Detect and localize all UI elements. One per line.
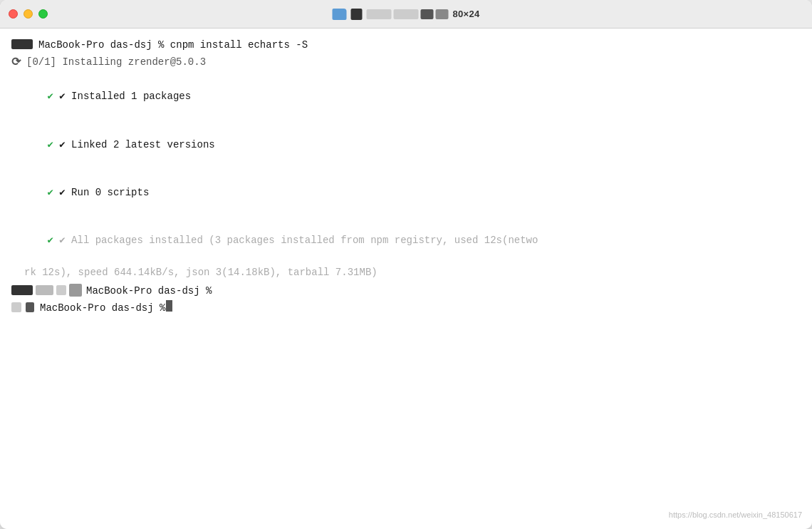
success-text-2: ✔ Linked 2 latest versions [59,139,214,150]
titlebar: 80×24 [0,0,812,29]
prompt-text-3: MacBook-Pro das-dsj % [40,300,165,316]
redacted-block-2b [36,285,53,295]
redacted-block-3a [11,302,21,312]
prompt-line-2: MacBook-Pro das-dsj % [11,283,801,299]
titlebar-center: 80×24 [332,9,479,20]
prompt-text-2: MacBook-Pro das-dsj % [86,283,212,299]
prompt-line-3: MacBook-Pro das-dsj % [11,300,801,316]
redacted-icon-1 [11,39,33,49]
success-text-1: ✔ Installed 1 packages [59,91,191,102]
command-line: MacBook-Pro das-dsj % cnpm install echar… [11,37,801,53]
minimize-button[interactable] [24,9,33,19]
traffic-lights [9,9,48,19]
terminal-window: 80×24 MacBook-Pro das-dsj % cnpm install… [0,0,812,529]
window-title: 80×24 [452,9,479,19]
spinner-icon: ⟳ [11,54,21,73]
redacted-block-3b [26,302,34,312]
titlebar-block3 [420,9,433,19]
titlebar-block2 [393,9,418,19]
prompt-text-1: MacBook-Pro das-dsj % cnpm install echar… [38,37,308,53]
installing-line: ⟳ [0/1] Installing zrender@5.0.3 [11,54,801,73]
folder-icon [332,9,346,20]
redacted-block-2c [56,285,66,295]
success-text-3: ✔ Run 0 scripts [59,187,149,198]
success-line-3: ✔ ✔ Run 0 scripts [11,168,801,216]
packages-text-1: ✔ All packages installed (3 packages ins… [59,235,538,246]
success-line-1: ✔ ✔ Installed 1 packages [11,73,801,120]
redacted-block-2a [11,285,33,295]
terminal-icon [350,9,362,20]
cursor [166,300,172,312]
terminal-body[interactable]: MacBook-Pro das-dsj % cnpm install echar… [0,29,812,529]
watermark: https://blog.csdn.net/weixin_48150617 [669,509,802,522]
close-button[interactable] [9,9,18,19]
redacted-block-2d [69,284,82,297]
packages-line-1: ✔ ✔ All packages installed (3 packages i… [11,217,801,264]
packages-line-2: rk 12s), speed 644.14kB/s, json 3(14.18k… [11,264,801,280]
success-line-2: ✔ ✔ Linked 2 latest versions [11,120,801,168]
titlebar-block4 [435,9,448,19]
titlebar-block1 [366,9,391,19]
maximize-button[interactable] [38,9,48,19]
installing-text: [0/1] Installing zrender@5.0.3 [26,54,206,70]
